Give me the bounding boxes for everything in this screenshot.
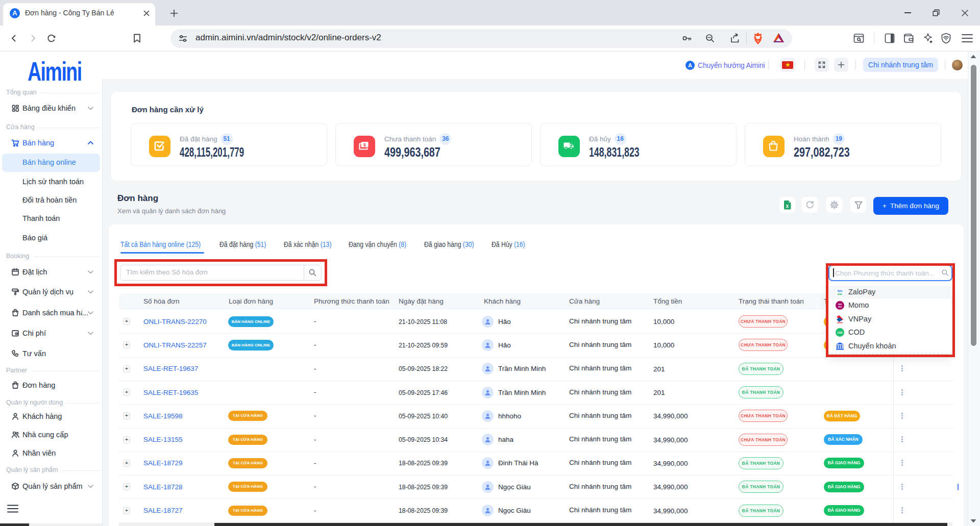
svg-text:$: $ xyxy=(363,142,366,147)
